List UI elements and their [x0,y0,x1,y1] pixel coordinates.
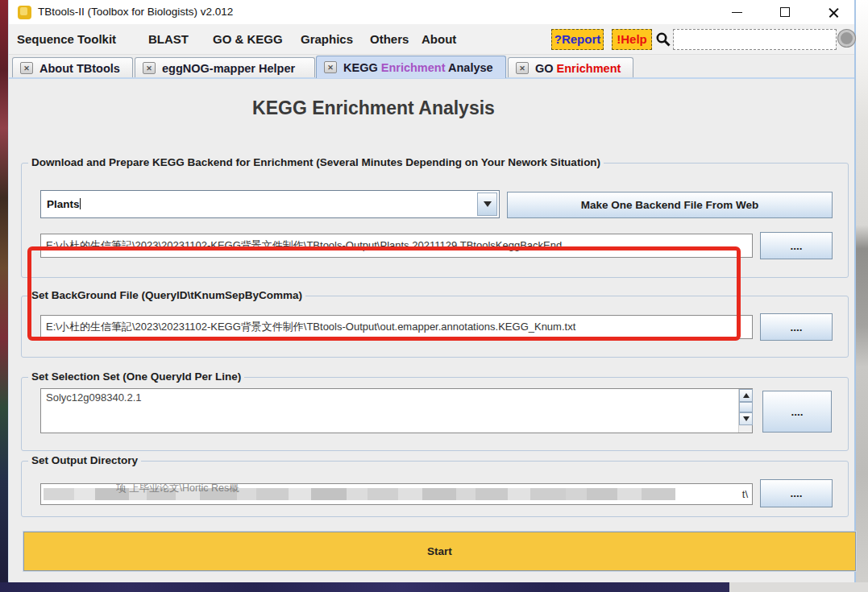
redacted-path-tail: t\ [742,488,748,500]
scrollbar-thumb[interactable] [739,402,753,412]
help-button[interactable]: !Help [612,29,652,50]
kegg-enrichment-panel: KEGG Enrichment Analysis Download and Pr… [9,77,854,582]
tab-close-icon[interactable]: ✕ [20,62,33,74]
tab-label: KEGG Enrichment Analyse [343,61,493,74]
page-title: KEGG Enrichment Analysis [9,97,738,119]
backend-browse-button[interactable]: .... [760,232,833,259]
tab-kegg-enrichment-analyse[interactable]: ✕ KEGG Enrichment Analyse [316,56,506,78]
background-window-edge [856,0,868,592]
minimize-button[interactable] [719,0,754,24]
tab-label: GO Enrichment [535,62,621,75]
tab-close-icon[interactable]: ✕ [516,62,529,74]
species-value: Plants [41,191,476,217]
menu-go-kegg[interactable]: GO & KEGG [213,24,283,55]
tab-close-icon[interactable]: ✕ [143,62,156,74]
background-window-bottom [729,582,868,592]
selection-groupbox: Set Selection Set (One QueryId Per Line)… [21,377,849,451]
tab-eggnog-mapper-helper[interactable]: ✕ eggNOG-mapper Helper [135,57,315,78]
redacted-path-mosaic: 项 上毕业论文\Hortic Res概 t\ [44,484,750,504]
app-logo-icon [18,6,31,19]
desktop-wallpaper-bottom [0,582,729,592]
arrow-down-icon [743,416,750,421]
close-button[interactable] [816,0,851,24]
start-button[interactable]: Start [23,532,856,571]
minimize-icon [732,12,742,13]
selection-textarea[interactable]: Solyc12g098340.2.1 [40,388,753,433]
menu-others[interactable]: Others [370,24,409,55]
scroll-down-button[interactable] [739,412,753,425]
tab-strip: ✕ About TBtools ✕ eggNOG-mapper Helper ✕… [9,55,854,78]
menu-about[interactable]: About [422,24,456,55]
tab-close-icon[interactable]: ✕ [324,61,337,73]
background-groupbox: Set BackGround File (QueryID\tKnumSepByC… [21,296,849,358]
menu-graphics[interactable]: Graphics [301,24,353,55]
desktop-wallpaper-strip [0,0,8,582]
search-icon [655,31,671,48]
maximize-icon [780,7,790,17]
menu-blast[interactable]: BLAST [148,24,189,55]
tab-go-enrichment[interactable]: ✕ GO Enrichment [508,57,633,78]
background-browse-button[interactable]: .... [760,313,833,341]
selection-browse-button[interactable]: .... [762,391,832,433]
window-title: TBtools-II (Toolbox for Biologists) v2.0… [38,0,233,24]
tab-label: eggNOG-mapper Helper [162,62,295,75]
desktop: TBtools-II (Toolbox for Biologists) v2.0… [0,0,868,592]
backend-section-label: Download and Prepare KEGG Backend for En… [28,156,604,168]
backend-groupbox: Download and Prepare KEGG Backend for En… [21,163,849,278]
maximize-button[interactable] [767,0,803,24]
title-bar: TBtools-II (Toolbox for Biologists) v2.0… [9,0,854,24]
species-combobox[interactable]: Plants [40,190,500,218]
app-window: TBtools-II (Toolbox for Biologists) v2.0… [8,0,856,582]
output-groupbox: Set Output Directory 项 上毕业论文\Hortic Res概… [21,461,849,517]
search-input[interactable] [673,29,837,50]
background-section-label: Set BackGround File (QueryID\tKnumSepByC… [28,289,305,301]
selection-section-label: Set Selection Set (One QueryId Per Line) [28,371,244,383]
chevron-down-icon [484,201,492,207]
scroll-up-button[interactable] [739,389,753,402]
selection-value: Solyc12g098340.2.1 [46,391,142,404]
menu-sequence-toolkit[interactable]: Sequence Toolkit [17,24,116,55]
background-path-field[interactable]: E:\小杜的生信筆記\2023\20231102-KEGG背景文件制作\TBto… [40,315,753,339]
close-icon [829,7,839,18]
tab-label: About TBtools [39,62,120,75]
tab-about-tbtools[interactable]: ✕ About TBtools [12,57,133,78]
output-browse-button[interactable]: .... [760,479,833,507]
output-section-label: Set Output Directory [28,454,141,466]
combo-dropdown-button[interactable] [477,193,497,216]
scrollbar[interactable] [738,389,752,433]
record-circle-icon[interactable] [838,30,855,47]
make-backend-button[interactable]: Make One Backend File From Web [507,192,833,218]
output-path-field[interactable]: 项 上毕业论文\Hortic Res概 t\ [40,483,753,505]
report-button[interactable]: ?Report [551,29,604,50]
backend-path-field[interactable]: E:\小杜的生信筆記\2023\20231102-KEGG背景文件制作\TBto… [40,234,753,258]
menu-bar: Sequence Toolkit BLAST GO & KEGG Graphic… [9,24,854,55]
redacted-path-fragment: 项 上毕业论文\Hortic Res概 [116,484,239,495]
arrow-up-icon [743,393,750,398]
